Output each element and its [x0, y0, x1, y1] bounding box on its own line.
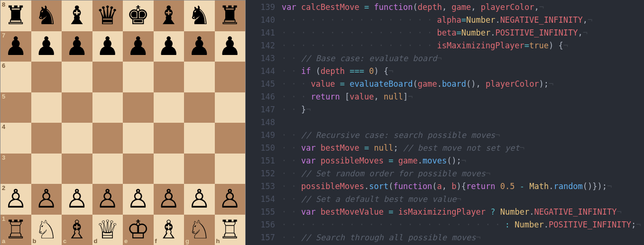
square-f2[interactable]: ♙: [154, 184, 184, 215]
chess-piece[interactable]: ♙: [188, 186, 211, 212]
square-a7[interactable]: 7♟: [0, 31, 31, 62]
code-line[interactable]: · · // Recursive case: search possible m…: [282, 129, 644, 142]
chess-piece[interactable]: ♗: [65, 217, 88, 243]
square-h2[interactable]: ♙: [215, 184, 246, 215]
square-f3[interactable]: [154, 154, 184, 184]
chess-board[interactable]: 8♜♞♝♛♚♝♞♜7♟♟♟♟♟♟♟♟65432♙♙♙♙♙♙♙♙1a♖b♘c♗d♕…: [0, 0, 246, 245]
code-line[interactable]: · · · · · · · · · · · · · · · · · · · · …: [282, 218, 644, 231]
square-b2[interactable]: ♙: [31, 184, 62, 215]
square-e8[interactable]: ♚: [123, 0, 154, 31]
chess-piece[interactable]: ♙: [157, 186, 180, 212]
square-g6[interactable]: [184, 62, 215, 92]
chess-piece[interactable]: ♛: [96, 3, 119, 28]
square-c8[interactable]: ♝: [62, 0, 92, 31]
square-d2[interactable]: ♙: [92, 184, 123, 215]
square-a6[interactable]: 6: [0, 62, 31, 92]
chess-piece[interactable]: ♟: [127, 34, 149, 59]
square-c4[interactable]: [62, 123, 92, 154]
chess-piece[interactable]: ♙: [127, 186, 149, 212]
code-line[interactable]: [282, 116, 644, 129]
square-g8[interactable]: ♞: [184, 0, 215, 31]
code-line[interactable]: · · var possibleMoves = game.moves();¬: [282, 154, 644, 167]
square-b6[interactable]: [31, 62, 62, 92]
square-b3[interactable]: [31, 154, 62, 184]
chess-piece[interactable]: ♟: [219, 34, 241, 59]
chess-piece[interactable]: ♟: [35, 34, 58, 59]
square-a3[interactable]: 3: [0, 154, 31, 184]
chess-piece[interactable]: ♚: [127, 3, 149, 28]
chess-piece[interactable]: ♘: [35, 217, 58, 243]
square-b4[interactable]: [31, 123, 62, 154]
square-a8[interactable]: 8♜: [0, 0, 31, 31]
square-f5[interactable]: [154, 92, 184, 123]
code-line[interactable]: · · // Search through all possible moves…: [282, 231, 644, 244]
square-h3[interactable]: [215, 154, 246, 184]
square-e6[interactable]: [123, 62, 154, 92]
code-line[interactable]: · · · · · · · · · · · · · · · · beta=Num…: [282, 27, 644, 39]
square-f4[interactable]: [154, 123, 184, 154]
chess-piece[interactable]: ♞: [35, 3, 58, 28]
code-editor[interactable]: 1391401411421431441451461471481491501511…: [246, 0, 644, 245]
code-line[interactable]: · · var bestMoveValue = isMaximizingPlay…: [282, 206, 644, 218]
square-d6[interactable]: [92, 62, 123, 92]
square-d1[interactable]: d♕: [92, 215, 123, 245]
square-g2[interactable]: ♙: [184, 184, 215, 215]
code-line[interactable]: · · · value = evaluateBoard(game.board()…: [282, 78, 644, 91]
chess-piece[interactable]: ♘: [188, 217, 211, 243]
chess-piece[interactable]: ♔: [127, 217, 149, 243]
square-h1[interactable]: h♖: [215, 215, 246, 245]
code-line[interactable]: · · if (depth === 0) {¬: [282, 65, 644, 78]
code-line[interactable]: · · possibleMoves.sort(function(a, b){re…: [282, 180, 644, 193]
chess-piece[interactable]: ♟: [188, 34, 211, 59]
square-a5[interactable]: 5: [0, 92, 31, 123]
square-g3[interactable]: [184, 154, 215, 184]
square-f6[interactable]: [154, 62, 184, 92]
code-content[interactable]: var calcBestMove = function(depth, game,…: [282, 1, 644, 245]
chess-piece[interactable]: ♙: [96, 186, 119, 212]
square-a1[interactable]: 1a♖: [0, 215, 31, 245]
square-h8[interactable]: ♜: [215, 0, 246, 31]
square-e4[interactable]: [123, 123, 154, 154]
chess-piece[interactable]: ♟: [65, 34, 88, 59]
chess-piece[interactable]: ♗: [157, 217, 180, 243]
square-e7[interactable]: ♟: [123, 31, 154, 62]
square-c3[interactable]: [62, 154, 92, 184]
square-b7[interactable]: ♟: [31, 31, 62, 62]
square-h6[interactable]: [215, 62, 246, 92]
chess-piece[interactable]: ♖: [4, 217, 27, 243]
square-c2[interactable]: ♙: [62, 184, 92, 215]
chess-piece[interactable]: ♙: [35, 186, 58, 212]
square-b1[interactable]: b♘: [31, 215, 62, 245]
chess-piece[interactable]: ♜: [4, 3, 27, 28]
square-a4[interactable]: 4: [0, 123, 31, 154]
code-line[interactable]: · · · · · · · · · · · · · · · · alpha=Nu…: [282, 14, 644, 27]
square-d3[interactable]: [92, 154, 123, 184]
square-f1[interactable]: f♗: [154, 215, 184, 245]
square-c1[interactable]: c♗: [62, 215, 92, 245]
chess-piece[interactable]: ♖: [219, 217, 241, 243]
square-g1[interactable]: g♘: [184, 215, 215, 245]
square-e2[interactable]: ♙: [123, 184, 154, 215]
square-c5[interactable]: [62, 92, 92, 123]
chess-piece[interactable]: ♕: [96, 217, 119, 243]
square-c6[interactable]: [62, 62, 92, 92]
square-c7[interactable]: ♟: [62, 31, 92, 62]
chess-piece[interactable]: ♟: [4, 34, 27, 59]
chess-piece[interactable]: ♜: [219, 3, 241, 28]
square-d8[interactable]: ♛: [92, 0, 123, 31]
square-h4[interactable]: [215, 123, 246, 154]
chess-piece[interactable]: ♞: [188, 3, 211, 28]
code-line[interactable]: · · }¬: [282, 103, 644, 116]
square-f8[interactable]: ♝: [154, 0, 184, 31]
square-b8[interactable]: ♞: [31, 0, 62, 31]
square-g5[interactable]: [184, 92, 215, 123]
square-e3[interactable]: [123, 154, 154, 184]
chess-piece[interactable]: ♟: [96, 34, 119, 59]
chess-piece[interactable]: ♙: [219, 186, 241, 212]
code-line[interactable]: · · var bestMove = null; // best move no…: [282, 142, 644, 154]
square-e1[interactable]: e♔: [123, 215, 154, 245]
square-d7[interactable]: ♟: [92, 31, 123, 62]
chess-piece[interactable]: ♝: [65, 3, 88, 28]
code-line[interactable]: · · // Set random order for possible mov…: [282, 167, 644, 180]
code-line[interactable]: · · // Set a default best move value¬: [282, 193, 644, 206]
